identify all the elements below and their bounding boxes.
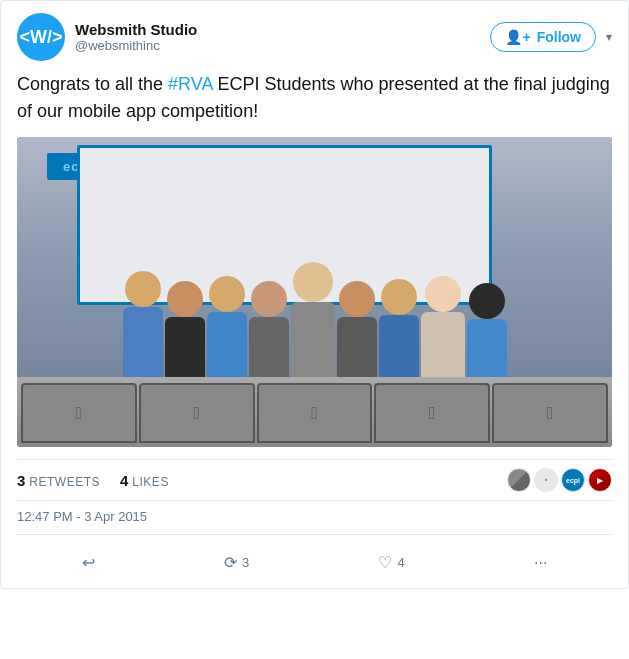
monitor-5: : [492, 383, 608, 443]
heart-icon: ♡: [378, 553, 392, 572]
tweet-timestamp: 12:47 PM - 3 Apr 2015: [17, 509, 612, 535]
retweets-count: 3: [17, 472, 25, 489]
follow-button[interactable]: 👤+ Follow: [490, 22, 596, 52]
retweets-label: RETWEETS: [29, 475, 100, 489]
tweet-image[interactable]: ecpi UNIVERSITY: [17, 137, 612, 447]
apple-logo-2: : [193, 403, 200, 424]
retweet-button[interactable]: ⟳ 3: [216, 549, 257, 576]
retweets-stat: 3 RETWEETS: [17, 472, 100, 489]
liker-avatar-4: ▶: [588, 468, 612, 492]
apple-logo-5: : [547, 403, 554, 424]
person-add-icon: 👤+: [505, 29, 530, 45]
tweet-header: <W/> Websmith Studio @websmithinc 👤+ Fol…: [17, 13, 612, 61]
likes-label: LIKES: [132, 475, 169, 489]
liker-avatar-3: ecpi: [561, 468, 585, 492]
monitor-2: : [139, 383, 255, 443]
reply-button[interactable]: ↩: [74, 549, 103, 576]
like-count: 4: [397, 555, 404, 570]
tweet-card: <W/> Websmith Studio @websmithinc 👤+ Fol…: [0, 0, 629, 589]
avatar[interactable]: <W/>: [17, 13, 65, 61]
follow-label: Follow: [537, 29, 581, 45]
account-handle[interactable]: @websmithinc: [75, 38, 197, 53]
monitor-3: : [257, 383, 373, 443]
likers-avatars: • ecpi ▶: [507, 468, 612, 492]
monitor-4: : [374, 383, 490, 443]
avatar-logo: <W/>: [19, 27, 62, 48]
liker-avatar-1: [507, 468, 531, 492]
like-button[interactable]: ♡ 4: [370, 549, 412, 576]
apple-logo-3: : [311, 403, 318, 424]
header-left: <W/> Websmith Studio @websmithinc: [17, 13, 197, 61]
apple-logo-1: : [76, 403, 83, 424]
retweet-count: 3: [242, 555, 249, 570]
computers-row:     : [17, 377, 612, 447]
people-group: [17, 262, 612, 387]
tweet-actions: ↩ ⟳ 3 ♡ 4 ···: [17, 545, 612, 576]
reply-icon: ↩: [82, 553, 95, 572]
account-name[interactable]: Websmith Studio: [75, 21, 197, 38]
tweet-stats: 3 RETWEETS 4 LIKES • ecpi ▶: [17, 459, 612, 501]
monitor-1: : [21, 383, 137, 443]
chevron-down-icon[interactable]: ▾: [606, 30, 612, 44]
retweet-icon: ⟳: [224, 553, 237, 572]
tweet-text: Congrats to all the #RVA ECPI Students w…: [17, 71, 612, 125]
account-info: Websmith Studio @websmithinc: [75, 21, 197, 53]
more-icon: ···: [534, 554, 547, 572]
apple-logo-4: : [429, 403, 436, 424]
tweet-text-before-hashtag: Congrats to all the: [17, 74, 168, 94]
liker-avatar-2: •: [534, 468, 558, 492]
tweet-hashtag[interactable]: #RVA: [168, 74, 212, 94]
more-button[interactable]: ···: [526, 550, 555, 576]
likes-count: 4: [120, 472, 128, 489]
likes-stat: 4 LIKES: [120, 472, 169, 489]
image-scene: ecpi UNIVERSITY: [17, 137, 612, 447]
